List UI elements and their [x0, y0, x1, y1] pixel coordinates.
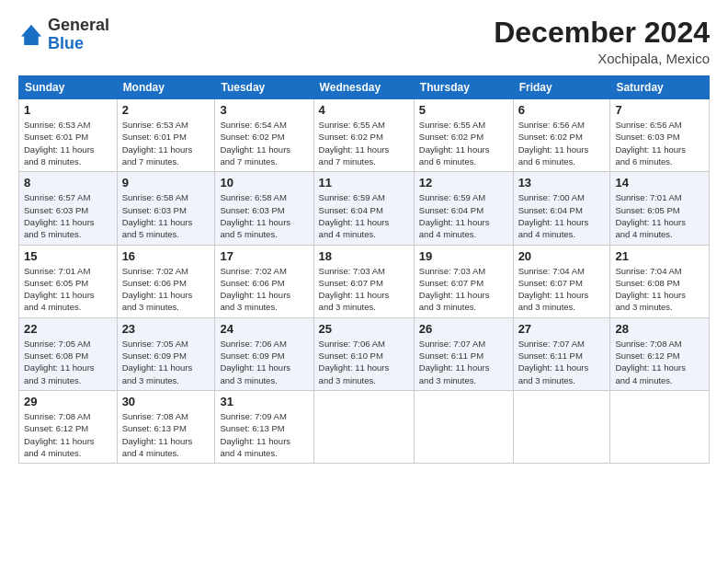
day-info: Sunrise: 7:06 AMSunset: 6:10 PMDaylight:…	[319, 338, 409, 386]
day-info: Sunrise: 7:01 AMSunset: 6:05 PMDaylight:…	[615, 191, 704, 240]
col-friday: Friday	[513, 76, 610, 99]
calendar-cell: 23 Sunrise: 7:05 AMSunset: 6:09 PMDaylig…	[117, 317, 215, 390]
calendar-header-row: Sunday Monday Tuesday Wednesday Thursday…	[19, 76, 710, 99]
day-number: 3	[220, 103, 308, 117]
day-info: Sunrise: 6:58 AMSunset: 6:03 PMDaylight:…	[220, 191, 308, 240]
logo: General Blue	[18, 17, 109, 53]
day-info: Sunrise: 7:07 AMSunset: 6:11 PMDaylight:…	[518, 338, 606, 386]
day-info: Sunrise: 6:57 AMSunset: 6:03 PMDaylight:…	[24, 191, 112, 240]
calendar-cell: 19 Sunrise: 7:03 AMSunset: 6:07 PMDaylig…	[414, 245, 513, 317]
day-number: 9	[122, 176, 210, 190]
calendar-cell: 10 Sunrise: 6:58 AMSunset: 6:03 PMDaylig…	[215, 172, 313, 245]
day-number: 14	[615, 176, 704, 190]
day-info: Sunrise: 7:01 AMSunset: 6:05 PMDaylight:…	[24, 265, 112, 314]
calendar-cell: 1 Sunrise: 6:53 AMSunset: 6:01 PMDayligh…	[19, 99, 118, 172]
calendar-cell: 6 Sunrise: 6:56 AMSunset: 6:02 PMDayligh…	[513, 99, 610, 172]
logo-blue: Blue	[48, 34, 84, 52]
day-number: 12	[419, 176, 508, 190]
day-number: 20	[518, 249, 606, 263]
day-info: Sunrise: 6:56 AMSunset: 6:02 PMDaylight:…	[518, 119, 606, 167]
day-number: 5	[419, 103, 508, 117]
day-info: Sunrise: 7:03 AMSunset: 6:07 PMDaylight:…	[319, 265, 409, 314]
day-info: Sunrise: 7:09 AMSunset: 6:13 PMDaylight:…	[220, 410, 308, 459]
calendar-cell: 30 Sunrise: 7:08 AMSunset: 6:13 PMDaylig…	[117, 390, 215, 463]
day-info: Sunrise: 6:55 AMSunset: 6:02 PMDaylight:…	[319, 119, 409, 167]
day-info: Sunrise: 7:04 AMSunset: 6:07 PMDaylight:…	[518, 265, 606, 314]
day-number: 17	[220, 249, 308, 263]
day-info: Sunrise: 7:02 AMSunset: 6:06 PMDaylight:…	[220, 265, 308, 314]
day-number: 15	[24, 249, 112, 263]
day-number: 13	[518, 176, 606, 190]
calendar-cell: 8 Sunrise: 6:57 AMSunset: 6:03 PMDayligh…	[19, 172, 118, 245]
day-info: Sunrise: 6:53 AMSunset: 6:01 PMDaylight:…	[24, 119, 112, 167]
calendar-cell: 28 Sunrise: 7:08 AMSunset: 6:12 PMDaylig…	[610, 317, 710, 390]
day-info: Sunrise: 6:53 AMSunset: 6:01 PMDaylight:…	[122, 119, 210, 167]
day-number: 31	[220, 395, 308, 408]
calendar-week-row: 15 Sunrise: 7:01 AMSunset: 6:05 PMDaylig…	[19, 245, 710, 317]
calendar-cell: 26 Sunrise: 7:07 AMSunset: 6:11 PMDaylig…	[414, 317, 513, 390]
day-number: 27	[518, 322, 606, 336]
calendar-week-row: 22 Sunrise: 7:05 AMSunset: 6:08 PMDaylig…	[19, 317, 710, 390]
calendar-cell: 11 Sunrise: 6:59 AMSunset: 6:04 PMDaylig…	[313, 172, 414, 245]
calendar-cell	[414, 390, 513, 463]
logo-icon	[18, 22, 44, 48]
calendar-cell: 29 Sunrise: 7:08 AMSunset: 6:12 PMDaylig…	[19, 390, 118, 463]
day-info: Sunrise: 6:55 AMSunset: 6:02 PMDaylight:…	[419, 119, 508, 167]
title-block: December 2024 Xochipala, Mexico	[494, 17, 710, 66]
day-number: 29	[24, 395, 112, 408]
day-info: Sunrise: 7:08 AMSunset: 6:13 PMDaylight:…	[122, 410, 210, 459]
col-thursday: Thursday	[414, 76, 513, 99]
day-info: Sunrise: 7:05 AMSunset: 6:09 PMDaylight:…	[122, 338, 210, 386]
day-number: 2	[122, 103, 210, 117]
header: General Blue December 2024 Xochipala, Me…	[18, 17, 710, 66]
day-number: 22	[24, 322, 112, 336]
logo-text: General Blue	[48, 17, 109, 53]
calendar-cell: 7 Sunrise: 6:56 AMSunset: 6:03 PMDayligh…	[610, 99, 710, 172]
calendar-cell: 9 Sunrise: 6:58 AMSunset: 6:03 PMDayligh…	[117, 172, 215, 245]
day-number: 1	[24, 103, 112, 117]
day-info: Sunrise: 6:58 AMSunset: 6:03 PMDaylight:…	[122, 191, 210, 240]
day-number: 10	[220, 176, 308, 190]
calendar-cell: 15 Sunrise: 7:01 AMSunset: 6:05 PMDaylig…	[19, 245, 118, 317]
calendar-cell: 12 Sunrise: 6:59 AMSunset: 6:04 PMDaylig…	[414, 172, 513, 245]
calendar-cell	[513, 390, 610, 463]
day-info: Sunrise: 7:02 AMSunset: 6:06 PMDaylight:…	[122, 265, 210, 314]
day-number: 8	[24, 176, 112, 190]
day-number: 4	[319, 103, 409, 117]
calendar-cell: 3 Sunrise: 6:54 AMSunset: 6:02 PMDayligh…	[215, 99, 313, 172]
calendar-cell: 27 Sunrise: 7:07 AMSunset: 6:11 PMDaylig…	[513, 317, 610, 390]
day-number: 25	[319, 322, 409, 336]
calendar-week-row: 1 Sunrise: 6:53 AMSunset: 6:01 PMDayligh…	[19, 99, 710, 172]
calendar-cell: 14 Sunrise: 7:01 AMSunset: 6:05 PMDaylig…	[610, 172, 710, 245]
calendar-cell: 5 Sunrise: 6:55 AMSunset: 6:02 PMDayligh…	[414, 99, 513, 172]
day-number: 28	[615, 322, 704, 336]
calendar-table: Sunday Monday Tuesday Wednesday Thursday…	[18, 75, 710, 464]
col-sunday: Sunday	[19, 76, 118, 99]
day-info: Sunrise: 7:07 AMSunset: 6:11 PMDaylight:…	[419, 338, 508, 386]
day-number: 30	[122, 395, 210, 408]
svg-marker-1	[21, 25, 41, 38]
calendar-cell	[313, 390, 414, 463]
calendar-week-row: 29 Sunrise: 7:08 AMSunset: 6:12 PMDaylig…	[19, 390, 710, 463]
col-wednesday: Wednesday	[313, 76, 414, 99]
calendar-cell: 25 Sunrise: 7:06 AMSunset: 6:10 PMDaylig…	[313, 317, 414, 390]
day-number: 26	[419, 322, 508, 336]
calendar-cell: 2 Sunrise: 6:53 AMSunset: 6:01 PMDayligh…	[117, 99, 215, 172]
day-info: Sunrise: 7:03 AMSunset: 6:07 PMDaylight:…	[419, 265, 508, 314]
day-info: Sunrise: 6:59 AMSunset: 6:04 PMDaylight:…	[319, 191, 409, 240]
calendar-cell: 20 Sunrise: 7:04 AMSunset: 6:07 PMDaylig…	[513, 245, 610, 317]
calendar-cell: 17 Sunrise: 7:02 AMSunset: 6:06 PMDaylig…	[215, 245, 313, 317]
calendar-cell: 22 Sunrise: 7:05 AMSunset: 6:08 PMDaylig…	[19, 317, 118, 390]
day-number: 23	[122, 322, 210, 336]
day-info: Sunrise: 7:08 AMSunset: 6:12 PMDaylight:…	[615, 338, 704, 386]
day-number: 6	[518, 103, 606, 117]
day-number: 16	[122, 249, 210, 263]
day-info: Sunrise: 7:00 AMSunset: 6:04 PMDaylight:…	[518, 191, 606, 240]
day-number: 7	[615, 103, 704, 117]
col-monday: Monday	[117, 76, 215, 99]
calendar-cell: 24 Sunrise: 7:06 AMSunset: 6:09 PMDaylig…	[215, 317, 313, 390]
day-info: Sunrise: 6:54 AMSunset: 6:02 PMDaylight:…	[220, 119, 308, 167]
day-info: Sunrise: 7:08 AMSunset: 6:12 PMDaylight:…	[24, 410, 112, 459]
calendar-cell: 16 Sunrise: 7:02 AMSunset: 6:06 PMDaylig…	[117, 245, 215, 317]
day-number: 19	[419, 249, 508, 263]
